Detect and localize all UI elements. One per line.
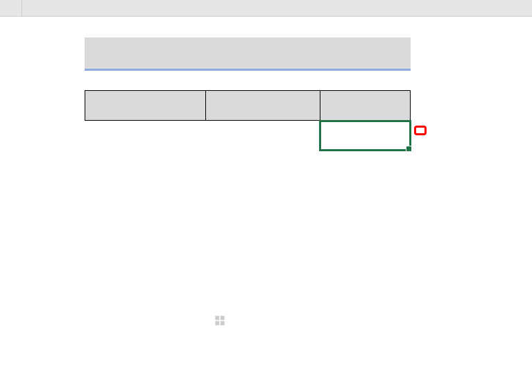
- column-headers: [0, 0, 532, 17]
- title-cell[interactable]: [85, 37, 411, 71]
- header-dob[interactable]: [205, 90, 320, 121]
- formula-annotation: [414, 126, 427, 135]
- cells-area[interactable]: [22, 17, 532, 392]
- spreadsheet-grid: [0, 0, 532, 392]
- watermark-logo: [213, 314, 230, 327]
- header-year[interactable]: [320, 90, 411, 121]
- logo-icon: [213, 314, 227, 327]
- header-player[interactable]: [85, 90, 206, 121]
- active-cell-d5[interactable]: [319, 120, 411, 151]
- select-all-corner[interactable]: [0, 0, 22, 17]
